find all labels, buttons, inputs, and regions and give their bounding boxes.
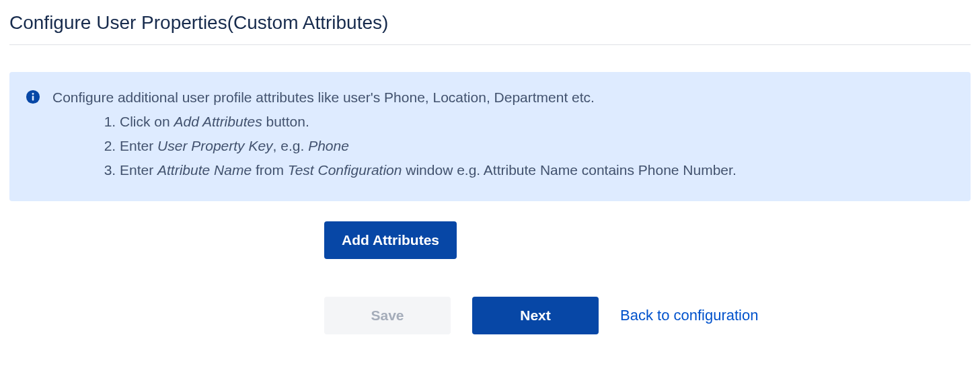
info-intro: Configure additional user profile attrib…	[52, 85, 954, 110]
page-title: Configure User Properties(Custom Attribu…	[9, 12, 971, 45]
info-icon	[26, 89, 40, 104]
info-step-3: Enter Attribute Name from Test Configura…	[120, 158, 954, 182]
action-buttons-row: Save Next Back to configuration	[324, 297, 971, 334]
info-content: Configure additional user profile attrib…	[52, 85, 954, 182]
info-steps-list: Click on Add Attributes button. Enter Us…	[52, 110, 954, 182]
add-attributes-row: Add Attributes	[324, 221, 971, 259]
info-step-1: Click on Add Attributes button.	[120, 110, 954, 134]
next-button[interactable]: Next	[472, 297, 599, 334]
svg-point-2	[32, 93, 34, 95]
info-step-2: Enter User Property Key, e.g. Phone	[120, 134, 954, 158]
svg-rect-1	[32, 96, 34, 100]
add-attributes-button[interactable]: Add Attributes	[324, 221, 457, 259]
info-panel: Configure additional user profile attrib…	[9, 72, 971, 201]
back-to-configuration-link[interactable]: Back to configuration	[620, 307, 758, 324]
save-button[interactable]: Save	[324, 297, 451, 334]
